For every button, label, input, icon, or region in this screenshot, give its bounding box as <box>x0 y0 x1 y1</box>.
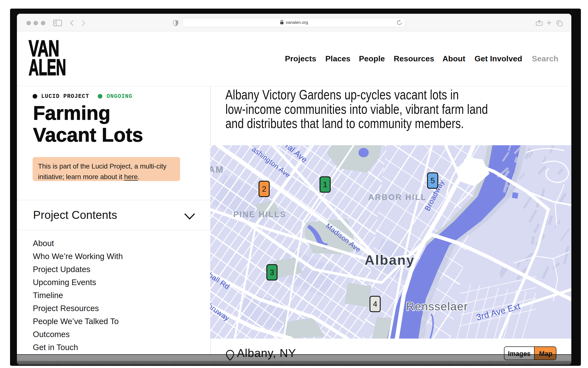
svg-text:2: 2 <box>262 185 266 193</box>
svg-text:4: 4 <box>373 300 377 308</box>
svg-text:3: 3 <box>270 268 274 277</box>
svg-text:ARBOR HILL: ARBOR HILL <box>368 193 427 202</box>
svg-text:AM: AM <box>210 165 224 175</box>
svg-text:5: 5 <box>430 176 435 185</box>
svg-text:PINE HILLS: PINE HILLS <box>233 210 286 219</box>
svg-text:1: 1 <box>323 180 327 189</box>
svg-text:Rensselaer: Rensselaer <box>406 300 468 313</box>
svg-text:Albany: Albany <box>365 252 415 268</box>
